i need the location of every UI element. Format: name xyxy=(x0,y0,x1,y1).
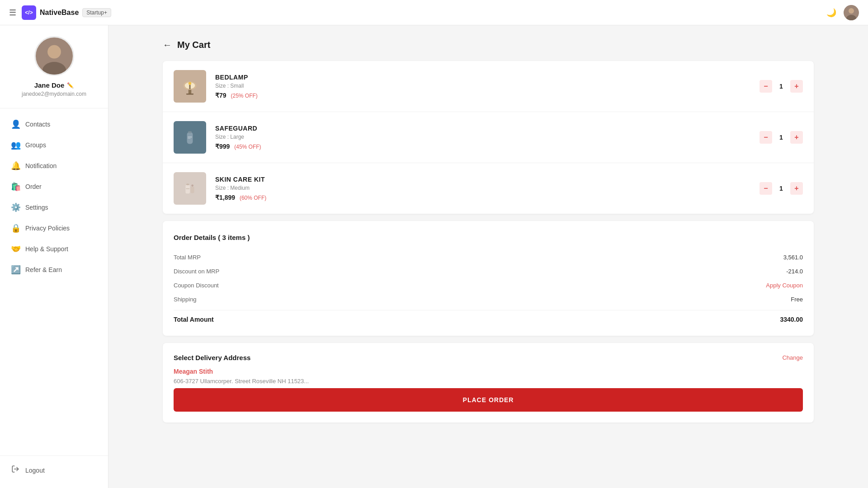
sidebar-item-label: Order xyxy=(25,183,42,190)
item-size: Size : Small xyxy=(215,83,750,89)
sidebar-item-contacts[interactable]: 👤 Contacts xyxy=(0,114,108,135)
svg-point-20 xyxy=(191,184,193,187)
qty-control-skincare: − 1 + xyxy=(760,182,803,195)
order-details-title: Order Details ( 3 items ) xyxy=(174,234,803,241)
item-info-safeguard: SAFEGUARD Size : Large ₹999 (45% OFF) xyxy=(206,125,760,150)
sidebar-item-settings[interactable]: ⚙️ Settings xyxy=(0,197,108,218)
svg-rect-16 xyxy=(188,138,190,139)
privacy-icon: 🔒 xyxy=(11,223,20,233)
item-info-skincare: SKIN CARE KIT Size : Medium ₹1,899 (60% … xyxy=(206,176,760,201)
order-total-value: 3340.00 xyxy=(780,316,803,323)
qty-decrease-safeguard[interactable]: − xyxy=(760,131,772,144)
sidebar-item-label: Notification xyxy=(25,162,57,169)
order-label-discount: Discount on MRP xyxy=(174,268,219,275)
item-name: SKIN CARE KIT xyxy=(215,176,750,183)
sidebar-item-label: Settings xyxy=(25,204,48,211)
delivery-header: Select Delivery Address Change xyxy=(174,354,803,361)
logo-icon: </> xyxy=(22,5,36,20)
svg-rect-14 xyxy=(188,131,192,133)
apply-coupon-button[interactable]: Apply Coupon xyxy=(766,282,803,289)
order-total-row: Total Amount 3340.00 xyxy=(174,310,803,323)
refer-icon: ↗️ xyxy=(11,265,20,275)
order-row-shipping: Shipping Free xyxy=(174,292,803,306)
order-row-mrp: Total MRP 3,561.0 xyxy=(174,250,803,264)
sidebar-item-label: Contacts xyxy=(25,121,50,128)
user-name: Jane Doe ✏️ xyxy=(34,81,74,89)
item-image-safeguard xyxy=(174,121,206,154)
svg-rect-17 xyxy=(185,185,190,193)
edit-name-icon[interactable]: ✏️ xyxy=(67,82,74,89)
qty-control-safeguard: − 1 + xyxy=(760,131,803,144)
sidebar-item-refer-earn[interactable]: ↗️ Refer & Earn xyxy=(0,259,108,280)
layout: Jane Doe ✏️ janedoe2@mydomain.com 👤 Cont… xyxy=(0,25,868,488)
qty-num-skincare: 1 xyxy=(778,185,785,192)
page-header: ← My Cart xyxy=(163,40,814,50)
user-email: janedoe2@mydomain.com xyxy=(22,91,86,97)
item-price: ₹1,899 (60% OFF) xyxy=(215,194,750,201)
hamburger-icon[interactable]: ☰ xyxy=(9,8,16,18)
sidebar-item-order[interactable]: 🛍️ Order xyxy=(0,176,108,197)
delivery-address: 606-3727 Ullamcorper. Street Roseville N… xyxy=(174,378,803,385)
cart-item-safeguard: SAFEGUARD Size : Large ₹999 (45% OFF) − … xyxy=(163,112,814,163)
order-details-card: Order Details ( 3 items ) Total MRP 3,56… xyxy=(163,221,814,336)
order-value-mrp: 3,561.0 xyxy=(783,254,803,261)
moon-icon[interactable]: 🌙 xyxy=(826,8,836,18)
groups-icon: 👥 xyxy=(11,140,20,150)
item-name: BEDLAMP xyxy=(215,74,750,81)
page-title: My Cart xyxy=(177,40,210,50)
delivery-card: Select Delivery Address Change Meagan St… xyxy=(163,343,814,422)
sidebar: Jane Doe ✏️ janedoe2@mydomain.com 👤 Cont… xyxy=(0,25,108,488)
order-row-discount: Discount on MRP -214.0 xyxy=(174,264,803,278)
order-label-mrp: Total MRP xyxy=(174,254,201,261)
settings-icon: ⚙️ xyxy=(11,202,20,212)
order-icon: 🛍️ xyxy=(11,182,20,192)
order-value-shipping: Free xyxy=(791,296,803,303)
item-price: ₹79 (25% OFF) xyxy=(215,92,750,99)
sidebar-item-notification[interactable]: 🔔 Notification xyxy=(0,155,108,176)
item-image-bedlamp xyxy=(174,70,206,103)
sidebar-item-help-support[interactable]: 🤝 Help & Support xyxy=(0,239,108,259)
item-info-bedlamp: BEDLAMP Size : Small ₹79 (25% OFF) xyxy=(206,74,760,99)
order-total-label: Total Amount xyxy=(174,316,214,323)
svg-rect-13 xyxy=(187,132,193,144)
topbar-right: 🌙 xyxy=(826,5,859,20)
qty-decrease-skincare[interactable]: − xyxy=(760,182,772,195)
back-arrow[interactable]: ← xyxy=(163,40,172,50)
qty-increase-skincare[interactable]: + xyxy=(790,182,803,195)
sidebar-item-label: Groups xyxy=(25,141,46,149)
help-icon: 🤝 xyxy=(11,244,20,254)
cart-item-bedlamp: BEDLAMP Size : Small ₹79 (25% OFF) − 1 + xyxy=(163,61,814,112)
change-address-button[interactable]: Change xyxy=(782,354,803,361)
qty-num-safeguard: 1 xyxy=(778,134,785,141)
sidebar-item-label: Help & Support xyxy=(25,245,68,253)
logout-label: Logout xyxy=(25,467,45,474)
svg-rect-21 xyxy=(186,188,189,189)
user-avatar-topbar[interactable] xyxy=(844,5,859,20)
svg-rect-19 xyxy=(186,184,189,185)
qty-decrease-bedlamp[interactable]: − xyxy=(760,80,772,93)
svg-point-1 xyxy=(849,8,854,14)
sidebar-item-privacy-policies[interactable]: 🔒 Privacy Policies xyxy=(0,218,108,239)
item-size: Size : Medium xyxy=(215,185,750,191)
svg-rect-12 xyxy=(189,85,190,89)
topbar: ☰ </> NativeBase Startup+ 🌙 xyxy=(0,0,868,25)
logo-container: </> NativeBase Startup+ xyxy=(22,5,111,20)
sidebar-item-groups[interactable]: 👥 Groups xyxy=(0,135,108,155)
cart-item-skincare: SKIN CARE KIT Size : Medium ₹1,899 (60% … xyxy=(163,163,814,214)
item-size: Size : Large xyxy=(215,134,750,140)
sidebar-item-logout[interactable]: Logout xyxy=(0,460,108,481)
place-order-button[interactable]: PLACE ORDER xyxy=(174,388,803,412)
svg-point-4 xyxy=(47,45,61,59)
order-label-coupon: Coupon Discount xyxy=(174,282,219,289)
logout-icon xyxy=(11,465,20,475)
qty-increase-safeguard[interactable]: + xyxy=(790,131,803,144)
cart-items-card: BEDLAMP Size : Small ₹79 (25% OFF) − 1 + xyxy=(163,61,814,214)
order-value-discount: -214.0 xyxy=(786,268,803,275)
user-profile: Jane Doe ✏️ janedoe2@mydomain.com xyxy=(0,36,108,108)
qty-increase-bedlamp[interactable]: + xyxy=(790,80,803,93)
item-name: SAFEGUARD xyxy=(215,125,750,132)
delivery-name: Meagan Stith xyxy=(174,368,803,375)
order-row-coupon: Coupon Discount Apply Coupon xyxy=(174,278,803,292)
main-content: ← My Cart BEDLAMP xyxy=(108,25,868,488)
topbar-left: ☰ </> NativeBase Startup+ xyxy=(9,5,111,20)
